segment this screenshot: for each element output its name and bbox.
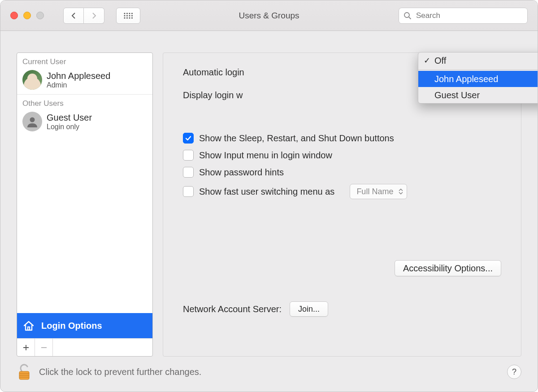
other-user-row[interactable]: Guest User Login only xyxy=(17,109,152,136)
user-name: John Appleseed xyxy=(47,71,110,81)
help-button[interactable]: ? xyxy=(507,365,521,379)
grid-icon xyxy=(123,12,133,19)
dropdown-option-guest[interactable]: Guest User xyxy=(418,87,538,103)
svg-point-1 xyxy=(126,13,128,14)
up-down-icon xyxy=(399,189,403,195)
svg-point-5 xyxy=(126,15,128,16)
person-icon xyxy=(26,115,39,128)
accessibility-options-button[interactable]: Accessibility Options... xyxy=(395,260,501,276)
svg-point-11 xyxy=(131,17,133,18)
avatar-generic xyxy=(22,112,42,131)
bottom-bar: Click the lock to prevent further change… xyxy=(17,359,521,384)
checkbox-sleep-restart-shutdown[interactable] xyxy=(183,133,194,144)
checkbox-fast-user-switching[interactable] xyxy=(183,186,194,197)
nav-group xyxy=(63,8,104,24)
display-login-label: Display login w xyxy=(183,90,243,100)
minus-icon xyxy=(40,344,48,351)
svg-line-13 xyxy=(409,17,411,19)
svg-point-7 xyxy=(131,15,133,16)
forward-button[interactable] xyxy=(84,8,104,24)
automatic-login-label: Automatic login xyxy=(183,67,244,78)
join-button[interactable]: Join... xyxy=(290,301,328,317)
login-options-label: Login Options xyxy=(41,321,102,331)
svg-point-3 xyxy=(131,13,133,14)
back-button[interactable] xyxy=(63,8,84,24)
svg-point-9 xyxy=(126,17,128,18)
lock-button[interactable] xyxy=(17,362,32,381)
chevron-right-icon xyxy=(91,12,97,19)
search-input[interactable] xyxy=(415,11,523,21)
login-options-pane: Automatic login Display login w Show the… xyxy=(163,52,521,357)
add-user-button[interactable] xyxy=(17,339,35,356)
dropdown-option-john[interactable]: John Appleseed xyxy=(418,71,538,87)
sidebar-login-options[interactable]: Login Options xyxy=(17,313,152,338)
chevron-left-icon xyxy=(70,12,77,19)
checkbox-password-hints[interactable] xyxy=(183,167,194,178)
svg-rect-15 xyxy=(28,327,30,330)
checkbox-label: Show password hints xyxy=(199,167,284,178)
checkbox-label: Show Input menu in login window xyxy=(199,150,332,161)
svg-point-4 xyxy=(124,15,125,16)
toolbar: Users & Groups xyxy=(0,0,538,31)
sidebar-other-users-header: Other Users xyxy=(17,95,152,109)
traffic-minimize[interactable] xyxy=(23,12,31,19)
house-icon xyxy=(22,319,35,332)
window-root: Users & Groups Current User John Applese… xyxy=(0,0,538,392)
current-user-row[interactable]: John Appleseed Admin xyxy=(17,67,152,94)
user-role: Admin xyxy=(47,81,110,89)
svg-point-10 xyxy=(129,17,130,18)
checkbox-input-menu[interactable] xyxy=(183,150,194,161)
checkbox-label: Show the Sleep, Restart, and Shut Down b… xyxy=(199,133,394,144)
divider xyxy=(418,70,538,70)
svg-point-6 xyxy=(129,15,130,16)
network-account-server-label: Network Account Server: xyxy=(183,304,282,314)
sidebar-footer xyxy=(17,338,152,356)
remove-user-button[interactable] xyxy=(35,339,53,356)
svg-point-14 xyxy=(30,118,35,122)
fast-user-switching-select[interactable]: Full Name xyxy=(350,184,407,199)
traffic-lights xyxy=(10,12,44,19)
sidebar-current-user-header: Current User xyxy=(17,53,152,67)
svg-point-12 xyxy=(404,13,409,17)
svg-point-2 xyxy=(129,13,130,14)
lock-hint: Click the lock to prevent further change… xyxy=(39,367,201,377)
users-sidebar: Current User John Appleseed Admin Other … xyxy=(17,52,153,357)
svg-point-0 xyxy=(124,13,125,14)
search-field[interactable] xyxy=(399,8,528,24)
plus-icon xyxy=(22,344,30,351)
content-area: Current User John Appleseed Admin Other … xyxy=(17,52,521,357)
unlocked-lock-icon xyxy=(17,362,32,381)
search-icon xyxy=(404,12,412,20)
traffic-zoom xyxy=(36,12,44,19)
show-all-button[interactable] xyxy=(116,8,140,24)
checkbox-label: Show fast user switching menu as xyxy=(199,187,334,197)
svg-point-8 xyxy=(124,17,125,18)
traffic-close[interactable] xyxy=(10,12,18,19)
select-value: Full Name xyxy=(356,187,393,196)
check-icon xyxy=(185,135,192,142)
user-name: Guest User xyxy=(47,113,92,123)
avatar xyxy=(22,70,42,90)
user-role: Login only xyxy=(47,123,92,131)
dropdown-option-off[interactable]: Off xyxy=(418,52,538,69)
automatic-login-dropdown: Off John Appleseed Guest User xyxy=(418,52,538,104)
